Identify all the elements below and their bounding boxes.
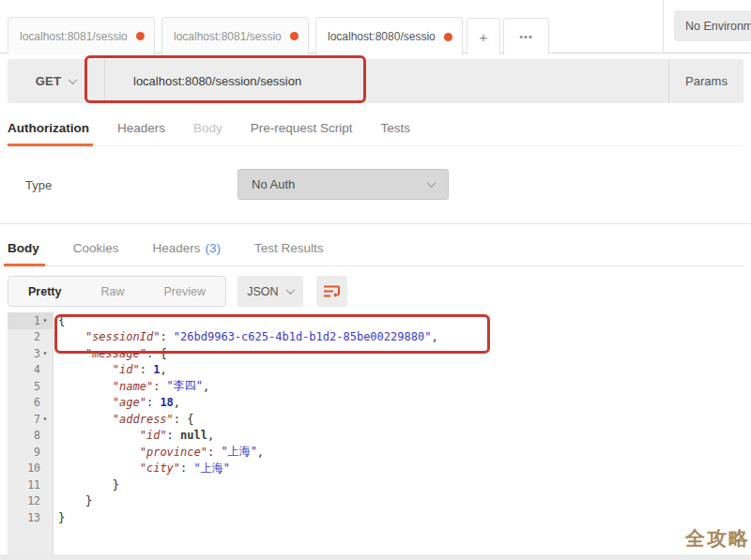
view-mode-raw[interactable]: Raw bbox=[81, 277, 144, 306]
response-tab-test-results[interactable]: Test Results bbox=[254, 231, 324, 265]
tab-headers[interactable]: Headers bbox=[117, 111, 165, 145]
line-number: 8 bbox=[34, 429, 40, 442]
token-p: { bbox=[58, 314, 65, 327]
request-tab[interactable]: localhost:8081/sessio bbox=[161, 17, 309, 54]
token-p: , bbox=[207, 429, 214, 442]
code-line: "id": 1, bbox=[58, 362, 438, 379]
token-p: , bbox=[160, 363, 166, 376]
code-line: "city": "上海" bbox=[58, 461, 438, 477]
request-tab[interactable]: localhost:8081/sessio bbox=[8, 17, 155, 54]
token-p: } bbox=[58, 494, 92, 507]
token-k: "id" bbox=[140, 429, 167, 442]
auth-type-dropdown[interactable]: No Auth bbox=[238, 169, 449, 200]
fold-caret-icon[interactable]: ▾ bbox=[40, 349, 50, 357]
token-p: : { bbox=[174, 413, 194, 426]
line-number: 3 bbox=[34, 347, 40, 360]
code-line: "address": { bbox=[58, 411, 438, 428]
response-tab-cookies[interactable]: Cookies bbox=[73, 231, 119, 265]
code-line: "age": 18, bbox=[58, 395, 438, 412]
open-request-tabs: localhost:8081/sessiolocalhost:8081/sess… bbox=[8, 17, 463, 55]
token-k: "id" bbox=[113, 363, 140, 376]
token-p: : bbox=[167, 429, 180, 442]
response-tab-body[interactable]: Body bbox=[8, 231, 39, 265]
unsaved-dot-icon bbox=[136, 32, 145, 40]
new-tab-button[interactable]: + bbox=[467, 18, 500, 54]
token-p: , bbox=[431, 330, 437, 343]
token-n: 1 bbox=[153, 363, 160, 376]
format-value: JSON bbox=[247, 285, 278, 298]
tabbar-divider bbox=[663, 0, 664, 53]
gutter-row: 4 bbox=[8, 362, 53, 379]
gutter-row: 3▾ bbox=[8, 345, 53, 362]
response-tab-label: Cookies bbox=[73, 241, 119, 255]
response-body-editor[interactable]: 1▾23▾4567▾8910111213 { "sessionId": "26b… bbox=[0, 312, 751, 554]
code-line: } bbox=[58, 493, 438, 510]
request-tab-title: localhost:8081/sessio bbox=[20, 30, 130, 43]
token-p bbox=[58, 462, 140, 475]
token-n: 18 bbox=[160, 396, 173, 409]
token-k: "city" bbox=[140, 462, 180, 475]
environment-selector[interactable]: No Environment bbox=[674, 10, 751, 41]
request-tab[interactable]: localhost:8080/sessio bbox=[315, 17, 463, 55]
line-number: 13 bbox=[27, 511, 40, 524]
wrap-text-icon bbox=[323, 284, 341, 298]
authorization-panel: Type No Auth bbox=[0, 146, 751, 224]
token-s: "李四" bbox=[167, 378, 203, 394]
token-k: "address" bbox=[113, 413, 174, 426]
fold-caret-icon[interactable]: ▾ bbox=[40, 415, 50, 423]
response-tab-label: Headers bbox=[153, 241, 201, 255]
tab-authorization[interactable]: Authorization bbox=[8, 111, 89, 145]
line-number: 2 bbox=[34, 330, 40, 343]
line-number: 12 bbox=[27, 494, 40, 507]
line-number: 9 bbox=[34, 446, 40, 459]
token-p bbox=[58, 330, 85, 343]
token-u: null bbox=[180, 429, 207, 442]
postman-window: localhost:8081/sessiolocalhost:8081/sess… bbox=[0, 0, 751, 560]
token-p bbox=[58, 347, 85, 360]
format-dropdown[interactable]: JSON bbox=[238, 276, 303, 307]
code-line: "message": { bbox=[58, 345, 438, 362]
tab-tests[interactable]: Tests bbox=[381, 111, 411, 145]
gutter-row: 11 bbox=[8, 477, 53, 493]
code-line: } bbox=[58, 477, 438, 493]
gutter-row: 2 bbox=[8, 329, 53, 346]
url-input[interactable]: localhost:8080/session/session bbox=[105, 59, 668, 103]
response-section-tabs: BodyCookiesHeaders(3)Test Results bbox=[8, 231, 743, 266]
wrap-text-button[interactable] bbox=[316, 276, 347, 307]
token-p: } bbox=[58, 478, 119, 492]
response-tab-headers[interactable]: Headers(3) bbox=[153, 231, 222, 265]
token-p bbox=[58, 363, 113, 376]
tab-options-button[interactable]: ••• bbox=[503, 18, 549, 54]
line-number: 7 bbox=[34, 413, 40, 426]
view-mode-preview[interactable]: Preview bbox=[144, 277, 224, 306]
code-line: } bbox=[58, 509, 438, 526]
params-button[interactable]: Params bbox=[668, 59, 743, 103]
token-p: : { bbox=[146, 347, 167, 360]
token-k: "age" bbox=[113, 396, 146, 409]
json-response-body: { "sessionId": "26bd9963-c625-4b1d-b1d2-… bbox=[58, 312, 438, 526]
view-mode-pretty[interactable]: Pretty bbox=[8, 277, 81, 306]
tab-pre-request-script[interactable]: Pre-request Script bbox=[251, 111, 353, 145]
token-p: : bbox=[180, 462, 193, 475]
token-s: "26bd9963-c625-4b1d-b1d2-85be00229880" bbox=[174, 330, 432, 343]
token-p: , bbox=[203, 380, 209, 393]
token-p: : bbox=[207, 446, 221, 459]
request-tab-title: localhost:8081/sessio bbox=[174, 30, 284, 43]
tab-body[interactable]: Body bbox=[193, 111, 222, 145]
gutter-row: 12 bbox=[8, 493, 53, 510]
gutter-row: 13 bbox=[8, 509, 53, 526]
token-p bbox=[58, 429, 140, 442]
token-k: "province" bbox=[140, 446, 207, 459]
fold-caret-icon[interactable]: ▾ bbox=[40, 316, 50, 325]
gutter-row: 10 bbox=[8, 461, 53, 477]
line-number: 11 bbox=[27, 478, 40, 492]
method-label: GET bbox=[36, 74, 62, 88]
unsaved-dot-icon bbox=[290, 32, 299, 40]
chevron-down-icon bbox=[285, 285, 295, 295]
token-k: "message" bbox=[85, 347, 146, 360]
method-dropdown[interactable]: GET bbox=[8, 59, 105, 103]
token-s: "上海" bbox=[194, 461, 230, 477]
line-number-gutter: 1▾23▾4567▾8910111213 bbox=[8, 312, 54, 554]
line-number: 5 bbox=[34, 380, 40, 393]
token-p: : bbox=[153, 380, 166, 393]
